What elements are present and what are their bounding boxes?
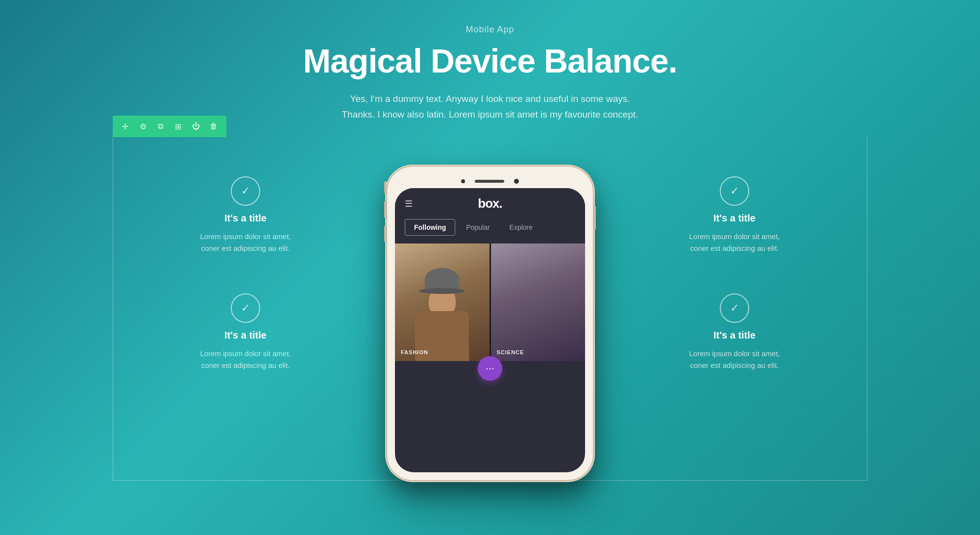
toolbar: ✛ ⚙ ⧉ ⊞ ⏻ 🗑 [113,116,226,137]
power-icon[interactable]: ⏻ [187,116,205,137]
science-label: SCIENCE [497,349,524,355]
hat [425,268,459,291]
proximity-sensor [514,179,519,184]
hero-section: Mobile App Magical Device Balance. Yes, … [303,0,677,122]
front-camera [461,179,465,183]
app-screen: ☰ box. Following Popular Explore [395,188,585,472]
tab-explore[interactable]: Explore [501,219,541,235]
hero-title: Magical Device Balance. [303,43,677,79]
right-feature-2: ✓ It's a title Lorem ipsum dolor sit ame… [641,293,828,371]
left-feature-2: ✓ It's a title Lorem ipsum dolor sit ame… [152,293,339,371]
tab-following[interactable]: Following [405,219,455,236]
section-container: ✛ ⚙ ⧉ ⊞ ⏻ 🗑 ✓ It's a title Lorem ipsum d… [113,137,867,481]
power-button [593,206,596,230]
right-feature-column: ✓ It's a title Lorem ipsum dolor sit ame… [641,167,828,371]
fashion-card: FASHION [395,243,490,361]
science-card: SCIENCE [491,243,586,361]
delete-icon[interactable]: 🗑 [205,116,222,137]
check-circle-1: ✓ [231,176,260,206]
main-content: ✓ It's a title Lorem ipsum dolor sit ame… [113,137,867,480]
grid-icon[interactable]: ⊞ [170,116,187,137]
app-header: ☰ box. [395,188,585,219]
phone-top-bar [395,174,585,188]
hero-description: Yes, I'm a dummy text. Anyway I look nic… [304,91,676,123]
app-content: ☰ box. Following Popular Explore [395,188,585,472]
page-wrapper: Mobile App Magical Device Balance. Yes, … [0,0,980,535]
right-feature-1-desc: Lorem ipsum dolor sit amet, coner est ad… [681,231,788,254]
fashion-label: FASHION [401,349,428,355]
hamburger-icon[interactable]: ☰ [405,198,413,209]
app-tabs: Following Popular Explore [395,219,585,243]
tab-popular[interactable]: Popular [457,219,498,235]
settings-icon[interactable]: ⚙ [134,116,152,137]
left-feature-1-title: It's a title [224,213,267,224]
speaker [475,180,504,183]
app-logo: box. [478,196,502,211]
fab-icon: ··· [486,362,494,375]
fab-button[interactable]: ··· [478,356,502,381]
volume-buttons [384,201,387,218]
left-feature-2-desc: Lorem ipsum dolor sit amet, coner est ad… [192,348,299,371]
check-circle-3: ✓ [720,176,749,206]
move-icon[interactable]: ✛ [117,116,134,137]
right-feature-2-title: It's a title [713,330,756,341]
right-feature-2-desc: Lorem ipsum dolor sit amet, coner est ad… [681,348,788,371]
right-feature-1-title: It's a title [713,213,756,224]
left-feature-2-title: It's a title [224,330,267,341]
check-circle-4: ✓ [720,293,749,323]
left-feature-1: ✓ It's a title Lorem ipsum dolor sit ame… [152,176,339,254]
phone-mockup: ☰ box. Following Popular Explore [387,167,593,480]
duplicate-icon[interactable]: ⧉ [152,116,170,137]
left-feature-column: ✓ It's a title Lorem ipsum dolor sit ame… [152,167,339,371]
app-grid: FASHION SCIENCE [395,243,585,361]
left-feature-1-desc: Lorem ipsum dolor sit amet, coner est ad… [192,231,299,254]
right-feature-1: ✓ It's a title Lorem ipsum dolor sit ame… [641,176,828,254]
check-circle-2: ✓ [231,293,260,323]
hero-subtitle: Mobile App [303,24,677,35]
person-illustration [410,263,474,361]
phone-container: ☰ box. Following Popular Explore [339,167,641,480]
